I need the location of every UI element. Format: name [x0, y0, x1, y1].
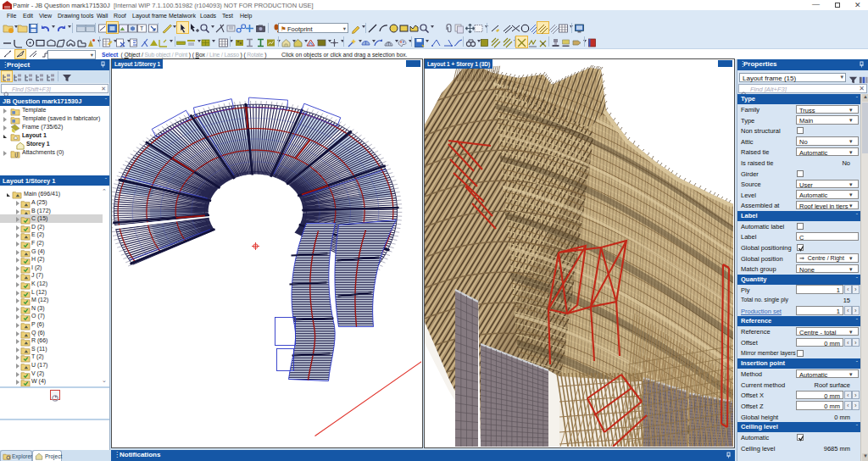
svg-text:T: T	[140, 25, 144, 31]
